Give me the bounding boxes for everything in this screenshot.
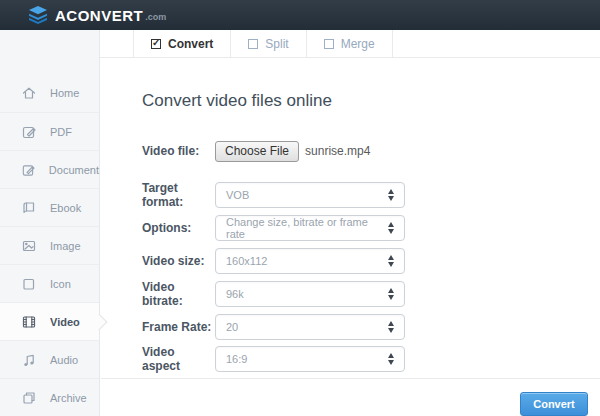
frame-rate-row: Frame Rate: 20: [142, 314, 405, 340]
tab-split[interactable]: Split: [230, 30, 305, 58]
options-value: Change size, bitrate or frame rate: [226, 216, 378, 240]
sidebar-item-image[interactable]: Image: [0, 226, 99, 264]
video-film-icon: [21, 314, 37, 330]
select-stepper-icon: [388, 222, 394, 234]
video-bitrate-row: Video bitrate: 96k: [142, 281, 405, 307]
sidebar-item-archive[interactable]: Archive: [0, 378, 99, 416]
sidebar-item-home[interactable]: Home: [0, 74, 99, 112]
document-edit-icon: [21, 162, 36, 178]
video-aspect-value: 16:9: [226, 353, 247, 365]
target-format-row: Target format: VOB: [142, 182, 405, 208]
video-bitrate-label: Video bitrate:: [142, 280, 215, 308]
video-size-select[interactable]: 160x112: [215, 248, 405, 274]
select-stepper-icon: [388, 321, 394, 333]
select-stepper-icon: [388, 189, 394, 201]
sidebar-item-label: Audio: [50, 354, 78, 366]
sidebar-item-label: Video: [50, 316, 80, 328]
sidebar: Home PDF Document Ebook Image: [0, 30, 100, 416]
target-format-label: Target format:: [142, 181, 215, 209]
sidebar-item-audio[interactable]: Audio: [0, 340, 99, 378]
brand-name: ACONVERT: [55, 7, 143, 24]
tab-merge[interactable]: Merge: [306, 30, 393, 58]
video-size-label: Video size:: [142, 254, 215, 268]
unchecked-checkbox-icon: [324, 39, 334, 49]
options-row: Options: Change size, bitrate or frame r…: [142, 215, 405, 241]
video-file-label: Video file:: [142, 144, 215, 158]
home-icon: [21, 85, 37, 101]
video-aspect-label: Video aspect: [142, 345, 215, 373]
target-format-select[interactable]: VOB: [215, 182, 405, 208]
aconvert-logo-icon: [28, 6, 48, 24]
sidebar-item-icon[interactable]: Icon: [0, 264, 99, 302]
sidebar-item-label: Document: [49, 164, 99, 176]
sidebar-item-label: Image: [50, 240, 81, 252]
checked-checkbox-icon: [151, 39, 161, 49]
video-aspect-select[interactable]: 16:9: [215, 346, 405, 372]
mode-tabs: Convert Split Merge: [100, 30, 600, 58]
brand-suffix: .com: [145, 12, 166, 22]
archive-copy-icon: [21, 390, 37, 406]
tab-label: Merge: [341, 37, 375, 51]
options-select[interactable]: Change size, bitrate or frame rate: [215, 215, 405, 241]
image-icon: [21, 238, 37, 254]
pdf-edit-icon: [21, 124, 37, 140]
page-title: Convert video files online: [142, 91, 332, 111]
sidebar-item-document[interactable]: Document: [0, 150, 99, 188]
frame-rate-select[interactable]: 20: [215, 314, 405, 340]
options-label: Options:: [142, 221, 215, 235]
tab-convert[interactable]: Convert: [133, 30, 230, 58]
video-file-row: Video file: Choose File sunrise.mp4: [142, 138, 370, 164]
audio-note-icon: [21, 352, 37, 368]
convert-now-button[interactable]: Convert Now!: [520, 392, 588, 416]
sidebar-item-label: PDF: [50, 126, 72, 138]
video-size-value: 160x112: [226, 255, 267, 267]
footer-divider: [101, 378, 600, 379]
tab-label: Convert: [168, 37, 213, 51]
sidebar-item-pdf[interactable]: PDF: [0, 112, 99, 150]
select-stepper-icon: [388, 353, 394, 365]
selected-filename: sunrise.mp4: [305, 144, 370, 158]
video-size-row: Video size: 160x112: [142, 248, 405, 274]
choose-file-button[interactable]: Choose File: [215, 141, 299, 162]
target-format-value: VOB: [226, 189, 249, 201]
sidebar-item-label: Icon: [50, 278, 71, 290]
sidebar-item-video[interactable]: Video: [0, 302, 99, 340]
video-bitrate-select[interactable]: 96k: [215, 281, 405, 307]
sidebar-item-label: Archive: [50, 392, 87, 404]
select-stepper-icon: [388, 288, 394, 300]
unchecked-checkbox-icon: [248, 39, 258, 49]
video-bitrate-value: 96k: [226, 288, 244, 300]
sidebar-item-label: Ebook: [50, 202, 81, 214]
select-stepper-icon: [388, 255, 394, 267]
sidebar-item-label: Home: [50, 87, 79, 99]
frame-rate-label: Frame Rate:: [142, 320, 215, 334]
ebook-icon: [21, 200, 37, 216]
sidebar-item-ebook[interactable]: Ebook: [0, 188, 99, 226]
tab-label: Split: [265, 37, 288, 51]
icon-square-icon: [21, 276, 37, 292]
app-header: ACONVERT .com: [0, 0, 600, 30]
frame-rate-value: 20: [226, 321, 238, 333]
video-aspect-row: Video aspect 16:9: [142, 346, 405, 372]
